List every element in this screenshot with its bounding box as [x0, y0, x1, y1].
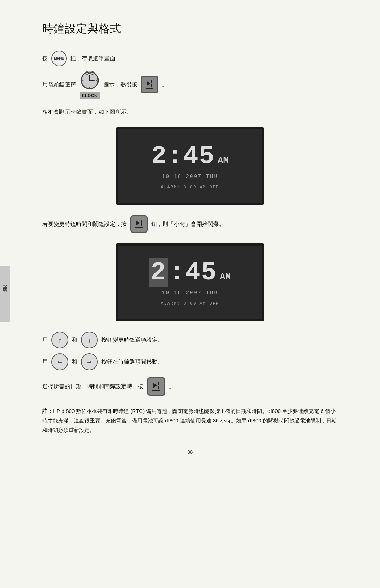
clock-icon: CLOCK — [80, 70, 100, 99]
clock-alarm-2: ALARM: 8:00 AM OFF — [161, 301, 219, 306]
note-text: HP df800 數位相框裝有即時時鐘 (RTC) 備用電池，關閉電源時也能保持… — [42, 408, 337, 433]
clock-display-2: 2 :45 AM 10 18 2007 THU ALARM: 8:00 AM O… — [42, 243, 338, 321]
step7-post: 。 — [169, 383, 175, 390]
clock-ampm-2: AM — [220, 272, 231, 282]
step6-post: 按鈕在時鐘選項間移動。 — [101, 358, 163, 366]
clock-time-1: 2:45 AM — [151, 142, 229, 171]
play-triangle-3 — [153, 383, 157, 388]
step5-row: 用 和 按鈕變更時鐘選項設定。 — [42, 332, 338, 348]
step4-pre-text: 若要變更時鐘時間和鬧鐘設定，按 — [42, 221, 127, 228]
confirm-button-icon — [141, 76, 158, 93]
note-block: 註：HP df800 數位相框裝有即時時鐘 (RTC) 備用電池，關閉電源時也能… — [42, 406, 338, 435]
confirm-button-icon-3 — [147, 377, 165, 396]
arrow-down-button[interactable] — [81, 332, 98, 348]
step6-pre: 用 — [42, 358, 48, 366]
clock-screen-2: 2 :45 AM 10 18 2007 THU ALARM: 8:00 AM O… — [116, 243, 264, 321]
step4-post-text: 鈕，則「小時」會開始閃爍。 — [151, 221, 224, 228]
step5-pre: 用 — [42, 336, 48, 344]
step1-pre-text: 按 — [42, 55, 48, 62]
page-container: 繁體中文 時鐘設定與格式 按 MENU 鈕，存取選單畫面。 用箭頭鍵選擇 — [0, 0, 380, 588]
clock-date-1: 10 18 2007 THU — [162, 174, 218, 179]
step2-post-text: 。 — [162, 81, 167, 88]
confirm-button-icon-2 — [130, 215, 148, 233]
arrow-up-button[interactable] — [51, 332, 68, 348]
step6-row: 用 和 按鈕在時鐘選項間移動。 — [42, 353, 338, 370]
clock-screen-1: 2:45 AM 10 18 2007 THU ALARM: 8:00 AM OF… — [116, 127, 264, 205]
clock-label: CLOCK — [80, 92, 100, 99]
clock-hours-highlight: 2 — [149, 258, 168, 287]
step2-pre-text: 用箭頭鍵選擇 — [42, 81, 76, 88]
side-tab-text: 繁體中文 — [2, 293, 8, 296]
step7-row: 選擇所需的日期、時間和鬧鐘設定時，按 。 — [42, 377, 338, 396]
page-title: 時鐘設定與格式 — [42, 21, 338, 37]
note-label: 註 — [42, 408, 48, 414]
clock-alarm-1: ALARM: 8:00 AM OFF — [161, 185, 219, 190]
play-triangle-2 — [136, 221, 140, 225]
menu-button-icon: MENU — [51, 51, 67, 66]
clock-time-digits-1: 2:45 — [151, 142, 215, 171]
step7-pre: 選擇所需的日期、時間和鬧鐘設定時，按 — [42, 383, 144, 390]
clock-time-2: 2 :45 AM — [149, 258, 231, 287]
step5-post: 按鈕變更時鐘選項設定。 — [101, 336, 163, 344]
step4-row: 若要變更時鐘時間和鬧鐘設定，按 鈕，則「小時」會開始閃爍。 — [42, 215, 338, 233]
clock-colmin: :45 — [169, 258, 217, 287]
side-tab: 繁體中文 — [0, 266, 10, 322]
clock-face-svg — [80, 70, 100, 91]
clock-date-2: 10 18 2007 THU — [162, 290, 218, 296]
step1-row: 按 MENU 鈕，存取選單畫面。 — [42, 51, 338, 66]
arrow-right-button[interactable] — [81, 353, 98, 370]
step2-row: 用箭頭鍵選擇 CLOCK 圖示，然 — [42, 70, 338, 99]
arrow-left-button[interactable] — [51, 353, 68, 370]
step5-mid: 和 — [72, 336, 77, 344]
step1-post-text: 鈕，存取選單畫面。 — [70, 55, 121, 62]
clock-ampm-1: AM — [218, 155, 229, 166]
step3-text: 相框會顯示時鐘畫面，如下圖所示。 — [42, 107, 338, 117]
step6-mid: 和 — [72, 358, 77, 366]
clock-display-1: 2:45 AM 10 18 2007 THU ALARM: 8:00 AM OF… — [42, 127, 338, 205]
page-number: 38 — [42, 449, 338, 455]
step2-mid-text: 圖示，然後按 — [103, 81, 137, 88]
play-triangle-icon — [147, 81, 150, 86]
